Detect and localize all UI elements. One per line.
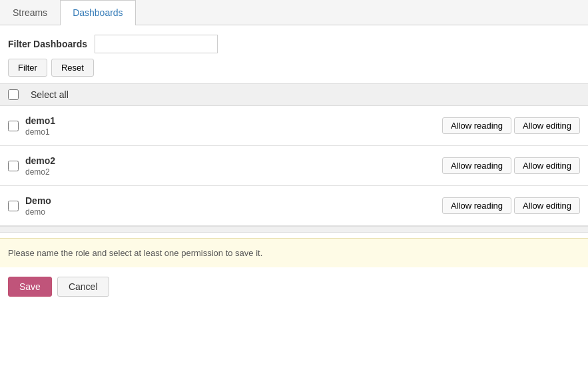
divider	[0, 226, 588, 233]
dashboard-item: demo2 demo2 Allow reading Allow editing	[0, 146, 588, 186]
item-actions-demo2: Allow reading Allow editing	[442, 157, 580, 174]
filter-row: Filter Dashboards	[8, 35, 580, 53]
select-all-checkbox[interactable]	[8, 89, 19, 100]
select-all-label: Select all	[31, 89, 69, 100]
allow-editing-demo[interactable]: Allow editing	[514, 197, 580, 214]
item-subtitle-demo: demo	[25, 207, 442, 217]
item-title-demo1: demo1	[25, 115, 442, 126]
allow-editing-demo2[interactable]: Allow editing	[514, 157, 580, 174]
tab-streams[interactable]: Streams	[0, 0, 60, 25]
item-title-demo2: demo2	[25, 155, 442, 166]
item-info-demo2: demo2 demo2	[25, 155, 442, 177]
item-info-demo: Demo demo	[25, 195, 442, 217]
allow-editing-demo1[interactable]: Allow editing	[514, 117, 580, 134]
warning-message: Please name the role and select at least…	[0, 238, 588, 267]
tab-dashboards[interactable]: Dashboards	[60, 0, 136, 25]
filter-input[interactable]	[95, 35, 218, 53]
filter-label: Filter Dashboards	[8, 39, 88, 49]
allow-reading-demo[interactable]: Allow reading	[442, 197, 511, 214]
dashboard-list: demo1 demo1 Allow reading Allow editing …	[0, 106, 588, 226]
save-button[interactable]: Save	[8, 277, 52, 297]
item-subtitle-demo2: demo2	[25, 167, 442, 177]
cancel-button[interactable]: Cancel	[57, 277, 109, 297]
select-all-row: Select all	[0, 83, 588, 106]
reset-button[interactable]: Reset	[51, 59, 94, 77]
dashboard-item: Demo demo Allow reading Allow editing	[0, 186, 588, 226]
tabs-container: Streams Dashboards	[0, 0, 588, 25]
item-info-demo1: demo1 demo1	[25, 115, 442, 137]
item-subtitle-demo1: demo1	[25, 127, 442, 137]
item-actions-demo: Allow reading Allow editing	[442, 197, 580, 214]
dashboard-checkbox-demo[interactable]	[8, 201, 19, 211]
dashboard-checkbox-demo2[interactable]	[8, 161, 19, 171]
filter-button[interactable]: Filter	[8, 59, 47, 77]
filter-section: Filter Dashboards Filter Reset	[0, 25, 588, 83]
item-title-demo: Demo	[25, 195, 442, 206]
dashboard-item: demo1 demo1 Allow reading Allow editing	[0, 106, 588, 146]
footer-actions: Save Cancel	[0, 267, 588, 306]
dashboard-checkbox-demo1[interactable]	[8, 121, 19, 131]
allow-reading-demo1[interactable]: Allow reading	[442, 117, 511, 134]
filter-buttons: Filter Reset	[8, 59, 580, 77]
item-actions-demo1: Allow reading Allow editing	[442, 117, 580, 134]
allow-reading-demo2[interactable]: Allow reading	[442, 157, 511, 174]
